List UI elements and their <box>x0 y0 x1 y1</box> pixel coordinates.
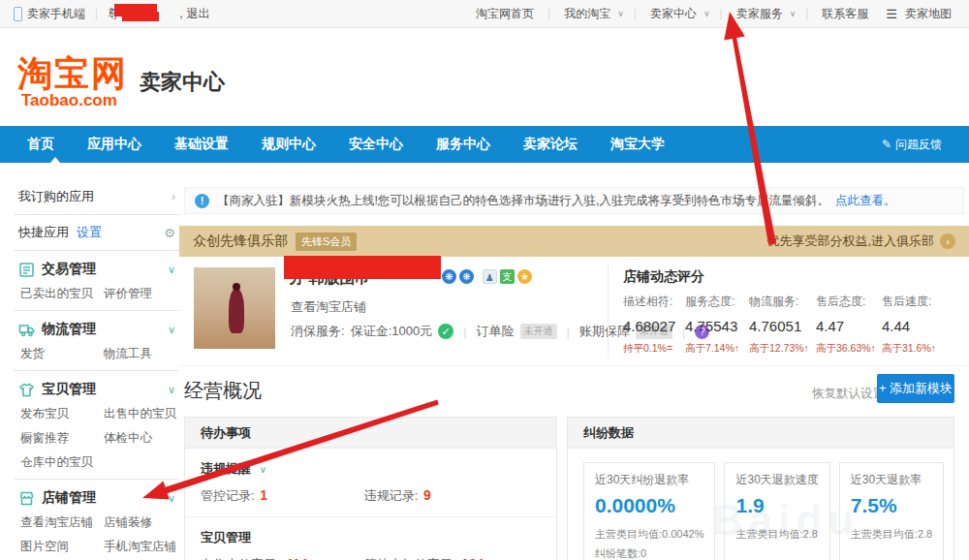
group-header-trade[interactable]: 交易管理 ∨ <box>18 261 175 278</box>
chevron-down-icon[interactable]: ∨ <box>168 264 175 276</box>
alipay-verify-icon: 支 <box>500 269 515 284</box>
sidebar-link-logistics-tools[interactable]: 物流工具 <box>104 346 175 362</box>
page-title: 卖家中心 <box>140 68 225 97</box>
sidebar-link-review-mgmt[interactable]: 评价管理 <box>104 286 175 302</box>
group-title: 宝贝管理 <box>42 381 96 398</box>
card-sub: 主营类目均值:0.0042% <box>595 525 703 544</box>
stat-control-records[interactable]: 管控记录: 1 <box>201 487 360 505</box>
dsr-metric: 服务态度: 4.75543 高于7.14%↑ <box>685 294 747 356</box>
chevron-down-icon[interactable]: ∨ <box>168 384 175 396</box>
card-sub: 主营类目均值:2.8 <box>851 525 932 544</box>
sidebar-link-sold-items[interactable]: 已卖出的宝贝 <box>20 286 102 302</box>
avatar-figure <box>229 289 244 333</box>
reset-default-link[interactable]: 恢复默认设置 <box>812 386 885 402</box>
violation-section-title[interactable]: 违规提醒 ∨ <box>201 460 541 478</box>
view-shop-link[interactable]: 查看淘宝店铺 <box>291 298 366 316</box>
trade-icon <box>18 262 35 278</box>
truck-icon <box>18 322 35 338</box>
my-taobao-link[interactable]: 我的淘宝 <box>564 6 610 22</box>
nav-home[interactable]: 首页 <box>27 136 54 153</box>
card-sub: 纠纷笔数:0 <box>595 544 703 560</box>
shop-avatar[interactable] <box>194 267 275 349</box>
sidebar-link-items-on-sale[interactable]: 出售中的宝贝 <box>104 406 176 422</box>
id-verify-icon: ♟ <box>483 269 497 284</box>
taobao-home-link[interactable]: 淘宝网首页 <box>476 6 534 22</box>
sidebar-link-window-recommend[interactable]: 橱窗推荐 <box>20 430 102 447</box>
dispute-panel-header: 纠纷数据 <box>568 418 953 449</box>
stat-label: 违规记录: <box>364 488 419 503</box>
divider <box>608 264 609 358</box>
not-enabled-badge: 未开通 <box>520 324 557 339</box>
section-title-label: 违规提醒 <box>201 461 251 476</box>
deposit-value: 保证金:1000元 <box>351 323 433 340</box>
sidebar-link-checkup-center[interactable]: 体检中心 <box>104 430 176 447</box>
gear-icon[interactable]: ⚙ <box>164 226 175 240</box>
crown-rating-icon: ❋ <box>459 269 474 284</box>
sidebar-item-ordered-apps[interactable]: 我订购的应用 › <box>15 179 179 214</box>
sidebar-link-warehouse-items[interactable]: 仓库中的宝贝 <box>20 454 102 471</box>
seller-service-link[interactable]: 卖家服务 <box>736 6 783 22</box>
group-header-logistics[interactable]: 物流管理 ∨ <box>18 321 175 338</box>
ordered-apps-label: 我订购的应用 <box>18 188 94 205</box>
group-header-shop[interactable]: 店铺管理 ∨ <box>18 489 175 507</box>
sidebar-link-image-space[interactable]: 图片空间 <box>20 539 102 555</box>
stat-value: 1 <box>260 487 267 503</box>
seller-map-link[interactable]: 卖家地图 <box>905 6 952 22</box>
dsr-compare: 高于7.14%↑ <box>685 342 747 356</box>
nav-rules-center[interactable]: 规则中心 <box>262 136 316 153</box>
group-title: 物流管理 <box>42 321 96 338</box>
dsr-metric: 物流服务: 4.76051 高于12.73%↑ <box>749 294 811 356</box>
active-tab-indicator <box>50 157 60 163</box>
group-header-items[interactable]: 宝贝管理 ∨ <box>18 381 175 398</box>
club-enter-label: 优先享受部分权益,进入俱乐部 <box>766 233 934 250</box>
sidebar-link-shop-decorate[interactable]: 店铺装修 <box>104 514 186 531</box>
dsr-compare: 高于31.6%↑ <box>882 342 944 356</box>
dsr-compare: 高于36.63%↑ <box>816 342 878 356</box>
chevron-down-icon[interactable]: ∨ <box>168 324 175 336</box>
feedback-button[interactable]: ✎ 问题反馈 <box>882 137 942 153</box>
settings-link[interactable]: 设置 <box>77 224 102 241</box>
club-name: 众创先锋俱乐部 <box>193 233 288 250</box>
nav-taobao-university[interactable]: 淘宝大学 <box>610 136 665 153</box>
stat-items-on-sale[interactable]: 出售中的宝贝: 414 <box>201 556 360 560</box>
dsr-value: 4.75543 <box>685 318 747 334</box>
dsr-value: 4.47 <box>816 318 878 334</box>
add-module-button[interactable]: + 添加新模块 <box>877 374 954 403</box>
nav-security-center[interactable]: 安全中心 <box>349 136 403 153</box>
seller-center-link[interactable]: 卖家中心 <box>650 6 697 22</box>
sidebar-link-mobile-shop[interactable]: 手机淘宝店铺 <box>104 539 186 555</box>
sidebar-link-publish-item[interactable]: 发布宝贝 <box>20 406 102 422</box>
nav-app-center[interactable]: 应用中心 <box>87 136 141 153</box>
stat-label: 管控记录: <box>201 488 255 503</box>
quick-apps-label: 快捷应用 <box>18 224 69 241</box>
sidebar-link-view-shop[interactable]: 查看淘宝店铺 <box>20 514 102 531</box>
stat-items-waiting[interactable]: 等待上架的宝贝: 164 <box>364 556 524 560</box>
stat-value: 414 <box>285 556 307 560</box>
dsr-metric: 售后态度: 4.47 高于36.63%↑ <box>816 294 878 356</box>
card-value: 1.9 <box>735 494 818 517</box>
sidebar-link-ship[interactable]: 发货 <box>20 346 102 362</box>
check-circle-icon: ✓ <box>438 324 453 339</box>
dsr-compare: 高于12.73%↑ <box>749 342 811 356</box>
overview-title: 经营概况 <box>184 378 262 404</box>
dispute-card-refund-rate: 近30天纠纷退款率 0.0000% 主营类目均值:0.0042% 纠纷笔数:0 <box>583 462 715 560</box>
seller-mobile-link[interactable]: 卖家手机端 <box>27 6 85 22</box>
stat-value: 164 <box>461 556 484 560</box>
nav-basic-settings[interactable]: 基础设置 <box>174 136 229 153</box>
taobao-logo-english: Taobao.com <box>21 91 117 110</box>
divider: | <box>567 325 570 339</box>
announcement-link[interactable]: 点此查看。 <box>835 193 896 209</box>
group-title: 店铺管理 <box>42 489 96 507</box>
todo-panel: 待办事项 违规提醒 ∨ 管控记录: 1 违规记录: 9 宝贝管理 出售中的宝贝:… <box>184 417 557 560</box>
chevron-down-icon[interactable]: ∨ <box>168 492 175 505</box>
card-value: 0.0000% <box>595 494 703 517</box>
sidebar-group-items: 宝贝管理 ∨ 发布宝贝 出售中的宝贝 橱窗推荐 体检中心 仓库中的宝贝 <box>15 371 179 479</box>
nav-seller-forum[interactable]: 卖家论坛 <box>523 136 578 153</box>
contact-support-link[interactable]: 联系客服 <box>822 6 868 22</box>
dispute-card-refund-speed: 近30天退款速度 1.9 主营类目均值:2.8 <box>724 462 829 560</box>
nav-service-center[interactable]: 服务中心 <box>436 136 490 153</box>
insurance-label: 消保服务: <box>291 323 345 340</box>
stat-violation-records[interactable]: 违规记录: 9 <box>364 487 524 505</box>
club-enter-link[interactable]: 优先享受部分权益,进入俱乐部 › <box>766 233 955 250</box>
logout-link[interactable]: 退出 <box>186 6 209 22</box>
